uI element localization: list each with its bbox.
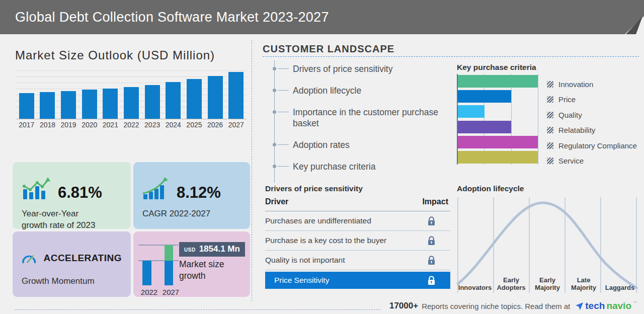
market-size-growth-card: 2022 2027 USD 1854.1 Mn Market size grow… [133, 231, 250, 297]
impact-column-header: Impact [413, 197, 450, 206]
bar-2026 [208, 76, 223, 119]
yoy-growth-card: 6.81% Year-over-Year growth rate of 2023 [13, 162, 131, 229]
landscape-item-4: Adoption rates [275, 139, 459, 151]
x-tick-2020: 2020 [79, 121, 100, 129]
yoy-growth-label: Year-over-Year growth rate of 2023 [22, 208, 105, 231]
bar-2025 [187, 79, 202, 119]
bar-2027 [228, 72, 244, 119]
x-tick-2024: 2024 [163, 121, 184, 129]
bar-slot [16, 70, 37, 119]
stage-late-majority: Late Majority [566, 268, 602, 294]
legend-item-regulatory-compliance: Regulatory Compliance [547, 138, 637, 153]
lock-icon [428, 256, 435, 265]
driver-row-1: Purchases are undifferentiated [265, 211, 450, 231]
legend-label: Relatability [558, 126, 595, 134]
footer-text: Reports covering niche topics. Read them… [422, 302, 570, 310]
market-size-x-axis: 2017201820192020202120222023202420252026… [16, 121, 247, 129]
report-count: 17000+ [389, 301, 418, 311]
usd-growth-badge: USD 1854.1 Mn [179, 242, 245, 257]
stage-early-adopters: Early Adopters [493, 268, 529, 294]
bar-slot [100, 70, 121, 119]
legend-item-quality: Quality [547, 107, 637, 123]
hatched-square-icon [547, 96, 553, 103]
technavio-arrow-icon [575, 302, 584, 310]
x-tick-2025: 2025 [184, 121, 205, 129]
bar-slot [37, 70, 58, 119]
brand-suffix: navio [606, 300, 631, 311]
speedometer-icon [22, 249, 36, 268]
momentum-value: ACCELERATING [43, 253, 122, 264]
driver-label: Purchases are undifferentiated [265, 216, 413, 225]
hatched-square-icon [547, 112, 553, 118]
impact-cell [413, 216, 450, 226]
growth-label: Market size growth [179, 259, 242, 282]
brand-trademark: ™ [633, 300, 637, 305]
x-tick-2023: 2023 [142, 121, 163, 129]
driver-label: Purchase is a key cost to the buyer [265, 236, 413, 245]
kpc-bar-innovation [458, 75, 538, 88]
market-size-title: Market Size Outlook (USD Million) [15, 48, 215, 62]
driver-row-2: Purchase is a key cost to the buyer [265, 231, 450, 251]
bar-2020 [82, 90, 97, 119]
impact-cell [413, 256, 450, 265]
bar-slot [225, 70, 247, 119]
bar-slot [79, 70, 100, 119]
bar-2021 [103, 89, 118, 119]
bar-slot [184, 70, 205, 119]
driver-label: Quality is not important [265, 256, 413, 265]
bar-slot [121, 70, 142, 119]
kpc-bar-quality [458, 105, 485, 118]
footer-dashed-line [15, 309, 380, 310]
customer-landscape-title: CUSTOMER LANDSCAPE [263, 43, 394, 55]
bar-2023 [145, 85, 160, 119]
yoy-growth-value: 6.81% [58, 185, 102, 200]
momentum-label: Growth Momentum [22, 276, 122, 287]
kpc-bar-service [458, 151, 538, 164]
technavio-logo[interactable]: technavio™ [575, 300, 637, 311]
x-tick-2018: 2018 [37, 121, 58, 129]
landscape-item-5: Key purchase criteria [275, 161, 459, 173]
cagr-label: CAGR 2022-2027 [142, 208, 241, 220]
legend-label: Service [558, 156, 584, 165]
x-tick-2021: 2021 [100, 121, 121, 129]
bar-slot [205, 70, 226, 119]
badge-amount: 1854.1 Mn [199, 244, 240, 254]
growth-arrow-icon [142, 177, 170, 200]
x-tick-2027: 2027 [225, 121, 247, 129]
stage-innovators: Innovators [457, 268, 493, 294]
legend-item-relatability: Relatability [547, 123, 637, 138]
page-title: Global Debt Collection Software Market 2… [0, 10, 329, 25]
kpc-bar-price [458, 90, 511, 103]
impact-cell [413, 236, 450, 246]
infographic-canvas: Global Debt Collection Software Market 2… [0, 0, 644, 314]
brand-prefix: tech [585, 300, 605, 311]
cagr-value: 8.12% [177, 185, 221, 200]
vertical-separator [252, 40, 252, 301]
driver-row-3: Quality is not important [265, 251, 450, 270]
x-tick-2019: 2019 [58, 121, 79, 129]
stage-laggards: Laggards [602, 268, 638, 294]
adoption-lifecycle-title: Adoption lifecycle [457, 184, 524, 193]
customer-landscape-list: Drivers of price sensitivityAdoption lif… [274, 60, 459, 183]
mini-year-start: 2022 [138, 288, 160, 296]
hatched-square-icon [547, 127, 553, 133]
hatched-square-icon [547, 142, 553, 149]
footer: 17000+ Reports covering niche topics. Re… [0, 298, 644, 314]
kpc-bar-regulatory-compliance [458, 136, 538, 148]
price-sensitivity-title: Drivers of price sensitivity [265, 184, 363, 193]
x-tick-2026: 2026 [205, 121, 226, 129]
lock-icon [428, 216, 435, 226]
highlight-label: Price Sensitivity [265, 276, 413, 285]
customer-landscape-underline [263, 56, 639, 57]
x-tick-2017: 2017 [16, 121, 37, 129]
bar-2018 [40, 92, 55, 119]
key-purchase-criteria-title: Key purchase criteria [457, 63, 536, 72]
lock-icon [428, 276, 435, 285]
landscape-item-1: Drivers of price sensitivity [275, 63, 459, 75]
legend-label: Price [558, 95, 576, 104]
bar-2022 [124, 87, 139, 119]
driver-column-header: Driver [265, 197, 413, 206]
kpc-bar-relatability [458, 121, 511, 133]
market-size-panel: Market Size Outlook (USD Million) 201720… [5, 39, 250, 302]
mini-chart-years: 2022 2027 [138, 288, 182, 296]
